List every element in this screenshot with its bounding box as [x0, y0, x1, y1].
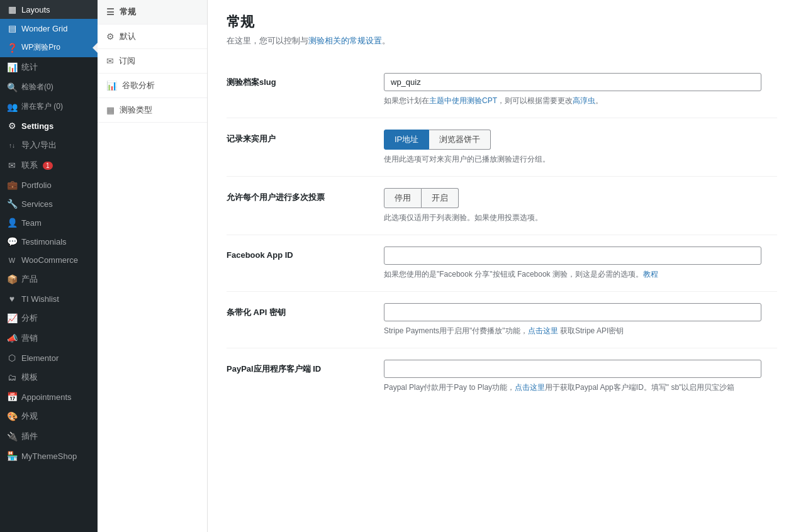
paypal-client-id-label: PayPal应用程序客户端 ID — [227, 360, 365, 375]
google-analytics-subnav-icon: 📊 — [106, 80, 117, 91]
team-icon: 👤 — [6, 218, 18, 228]
enable-button[interactable]: 开启 — [422, 188, 459, 208]
sidebar-item-elementor[interactable]: ⬡ Elementor — [0, 348, 98, 367]
products-icon: 📦 — [6, 274, 18, 284]
sidebar-item-analytics[interactable]: 📈 分析 — [0, 308, 98, 328]
contacts-badge: 1 — [43, 162, 53, 170]
sidebar-item-appearance[interactable]: 🎨 外观 — [0, 406, 98, 426]
inspector-icon: 🔍 — [6, 82, 18, 92]
sidebar-item-wp-quiz-pro[interactable]: ❓ WP测验Pro — [0, 38, 98, 57]
sidebar-item-templates[interactable]: 🗂 模板 — [0, 367, 98, 387]
sidebar-item-contacts[interactable]: ✉ 联系 1 — [0, 155, 98, 175]
default-subnav-icon: ⚙ — [106, 31, 115, 42]
subnav-item-default[interactable]: ⚙ 默认 — [98, 25, 207, 49]
settings-row-quiz-slug: 测验档案slug 如果您计划在主题中使用测验CPT，则可以根据需要更改高淳虫。 — [227, 62, 777, 118]
layouts-icon: ▦ — [6, 4, 18, 14]
stripe-api-key-label: 条带化 API 密钥 — [227, 303, 365, 318]
paypal-client-id-control: Paypal Play付款用于Pay to Play功能，点击这里用于获取Pay… — [384, 360, 777, 393]
woocommerce-icon: W — [6, 257, 18, 264]
page-subtitle: 在这里，您可以控制与测验相关的常规设置。 — [227, 35, 777, 47]
services-icon: 🔧 — [6, 199, 18, 209]
subnav-item-subscribe[interactable]: ✉ 订阅 — [98, 49, 207, 74]
sidebar-item-products[interactable]: 📦 产品 — [0, 269, 98, 289]
sidebar-item-mythemeshop[interactable]: 🏪 MyThemeShop — [0, 446, 98, 465]
facebook-app-id-control: 如果您使用的是"Facebook 分享"按钮或 Facebook 测验，则这是必… — [384, 247, 777, 280]
multiple-votes-label: 允许每个用户进行多次投票 — [227, 188, 365, 203]
subtitle-link[interactable]: 测验相关的常规设置 — [308, 36, 382, 45]
wonder-grid-icon: ▤ — [6, 23, 18, 33]
general-subnav-icon: ☰ — [106, 7, 115, 17]
settings-row-record-guests: 记录来宾用户 IP地址 浏览器饼干 使用此选项可对来宾用户的已播放测验进行分组。 — [227, 118, 777, 177]
quiz-types-subnav-icon: ▦ — [106, 105, 115, 115]
settings-row-facebook-app-id: Facebook App ID 如果您使用的是"Facebook 分享"按钮或 … — [227, 235, 777, 292]
browser-cookie-button[interactable]: 浏览器饼干 — [429, 130, 491, 150]
plugins-icon: 🔌 — [6, 431, 18, 441]
quiz-slug-help: 如果您计划在主题中使用测验CPT，则可以根据需要更改高淳虫。 — [384, 95, 777, 106]
settings-icon: ⚙ — [6, 121, 18, 131]
testimonials-icon: 💬 — [6, 236, 18, 247]
paypal-link[interactable]: 点击这里 — [515, 383, 545, 392]
sidebar-item-inspector[interactable]: 🔍 检验者(0) — [0, 77, 98, 97]
settings-row-paypal-client-id: PayPal应用程序客户端 ID Paypal Play付款用于Pay to P… — [227, 348, 777, 404]
multiple-votes-toggle-group: 停用 开启 — [384, 188, 777, 208]
facebook-tutorial-link[interactable]: 教程 — [643, 270, 658, 279]
stripe-api-key-control: Stripe Payments用于启用"付费播放"功能，点击这里 获取Strip… — [384, 303, 777, 336]
sidebar-item-testimonials[interactable]: 💬 Testimonials — [0, 232, 98, 251]
sidebar-item-ti-wishlist[interactable]: ♥ TI Wishlist — [0, 289, 98, 308]
sidebar-item-stats[interactable]: 📊 统计 — [0, 57, 98, 77]
content-area: 常规 在这里，您可以控制与测验相关的常规设置。 测验档案slug 如果您计划在主… — [208, 0, 796, 532]
quiz-pro-icon: ❓ — [6, 43, 18, 53]
stripe-api-key-input[interactable] — [384, 303, 761, 321]
paypal-client-id-help: Paypal Play付款用于Pay to Play功能，点击这里用于获取Pay… — [384, 382, 777, 393]
quiz-slug-input[interactable] — [384, 73, 761, 91]
multiple-votes-help: 此选项仅适用于列表测验。如果使用投票选项。 — [384, 212, 777, 223]
sidebar-item-appointments[interactable]: 📅 Appointments — [0, 387, 98, 406]
analytics-icon: 📈 — [6, 313, 18, 323]
stripe-link[interactable]: 点击这里 — [528, 326, 558, 335]
potential-clients-icon: 👥 — [6, 102, 18, 112]
templates-icon: 🗂 — [6, 372, 18, 382]
settings-row-stripe-api-key: 条带化 API 密钥 Stripe Payments用于启用"付费播放"功能，点… — [227, 292, 777, 348]
record-guests-label: 记录来宾用户 — [227, 130, 365, 145]
record-guests-help: 使用此选项可对来宾用户的已播放测验进行分组。 — [384, 153, 777, 165]
facebook-app-id-input[interactable] — [384, 247, 761, 265]
sidebar-item-settings[interactable]: ⚙ Settings — [0, 116, 98, 135]
sidebar-item-portfolio[interactable]: 💼 Portfolio — [0, 175, 98, 194]
facebook-app-id-label: Facebook App ID — [227, 247, 365, 260]
import-export-icon: ↑↓ — [6, 142, 18, 149]
sidebar-item-import-export[interactable]: ↑↓ 导入/导出 — [0, 135, 98, 155]
subnav-item-google-analytics[interactable]: 📊 谷歌分析 — [98, 74, 207, 98]
portfolio-icon: 💼 — [6, 180, 18, 190]
contacts-icon: ✉ — [6, 160, 18, 170]
stripe-api-key-help: Stripe Payments用于启用"付费播放"功能，点击这里 获取Strip… — [384, 325, 777, 336]
sidebar: ▦ Layouts ▤ Wonder Grid ❓ WP测验Pro 📊 统计 🔍… — [0, 0, 98, 532]
ip-address-button[interactable]: IP地址 — [384, 130, 429, 150]
wishlist-icon: ♥ — [6, 294, 18, 304]
sidebar-item-woocommerce[interactable]: W WooCommerce — [0, 251, 98, 269]
sidebar-item-plugins[interactable]: 🔌 插件 — [0, 426, 98, 446]
paypal-client-id-input[interactable] — [384, 360, 761, 378]
sidebar-item-potential-clients[interactable]: 👥 潜在客户 (0) — [0, 97, 98, 116]
sidebar-item-layouts[interactable]: ▦ Layouts — [0, 0, 98, 19]
disable-button[interactable]: 停用 — [384, 188, 422, 208]
record-guests-control: IP地址 浏览器饼干 使用此选项可对来宾用户的已播放测验进行分组。 — [384, 130, 777, 165]
multiple-votes-control: 停用 开启 此选项仅适用于列表测验。如果使用投票选项。 — [384, 188, 777, 223]
sidebar-item-wonder-grid[interactable]: ▤ Wonder Grid — [0, 19, 98, 38]
subnav-item-general[interactable]: ☰ 常规 — [98, 0, 207, 25]
subnav-item-quiz-types[interactable]: ▦ 测验类型 — [98, 98, 207, 123]
facebook-app-id-help: 如果您使用的是"Facebook 分享"按钮或 Facebook 测验，则这是必… — [384, 269, 777, 280]
record-guests-toggle-group: IP地址 浏览器饼干 — [384, 130, 777, 150]
sidebar-item-services[interactable]: 🔧 Services — [0, 194, 98, 213]
settings-row-multiple-votes: 允许每个用户进行多次投票 停用 开启 此选项仅适用于列表测验。如果使用投票选项。 — [227, 177, 777, 235]
subnav: ☰ 常规 ⚙ 默认 ✉ 订阅 📊 谷歌分析 ▦ 测验类型 — [98, 0, 208, 532]
appearance-icon: 🎨 — [6, 411, 18, 421]
marketing-icon: 📣 — [6, 333, 18, 343]
elementor-icon: ⬡ — [6, 353, 18, 363]
sidebar-item-marketing[interactable]: 📣 营销 — [0, 328, 98, 348]
sidebar-item-team[interactable]: 👤 Team — [0, 213, 98, 232]
quiz-slug-control: 如果您计划在主题中使用测验CPT，则可以根据需要更改高淳虫。 — [384, 73, 777, 106]
appointments-icon: 📅 — [6, 392, 18, 402]
stats-icon: 📊 — [6, 62, 18, 72]
sidebar-arrow — [92, 43, 98, 53]
subscribe-subnav-icon: ✉ — [106, 56, 114, 66]
